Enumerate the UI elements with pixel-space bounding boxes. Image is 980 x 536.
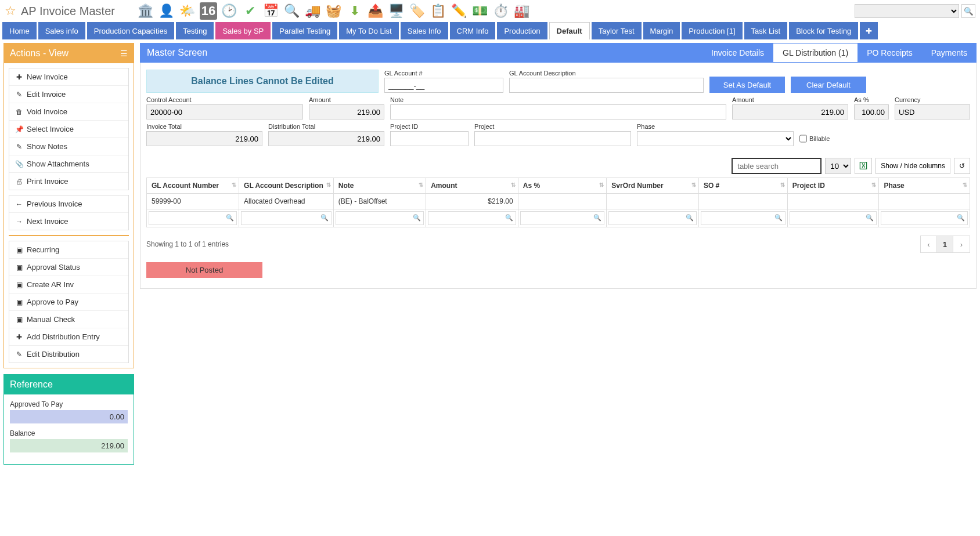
clipboard-icon[interactable]: 📋 [430,2,447,20]
action-edit-distribution[interactable]: ✎Edit Distribution [9,346,128,363]
monitor-icon[interactable]: 🖥️ [388,2,405,20]
check-icon[interactable]: ✔ [242,2,259,20]
tab-sales-info[interactable]: Sales info [38,22,85,39]
show-hide-cols-button[interactable]: Show / hide columns [875,158,950,174]
calendar-icon[interactable]: 📅 [262,2,280,20]
hamburger-icon[interactable]: ☰ [120,49,128,58]
refresh-button[interactable]: ↺ [954,158,970,174]
pager-prev[interactable]: ‹ [921,236,937,252]
tab-testing[interactable]: Testing [176,22,214,39]
header-search-button[interactable]: 🔍 [961,4,975,18]
column-filter-input[interactable] [608,211,697,225]
master-tab-gl-distribution-1-[interactable]: GL Distribution (1) [773,44,858,62]
pager-page-1[interactable]: 1 [937,236,953,252]
download-icon[interactable]: ⬇ [346,2,363,20]
tag-icon[interactable]: 🏷️ [409,2,426,20]
gauge-icon[interactable]: ⏱️ [492,2,510,20]
col-so-[interactable]: SO #⇅ [698,178,787,194]
col-svrord-number[interactable]: SvrOrd Number⇅ [607,178,699,194]
action-recurring[interactable]: ▣Recurring [9,241,128,259]
action-manual-check[interactable]: ▣Manual Check [9,311,128,328]
box-open-icon[interactable]: 📤 [367,2,384,20]
weather-icon[interactable]: 🌤️ [179,2,196,20]
tab-production[interactable]: Production [497,22,547,39]
action-edit-invoice[interactable]: ✎Edit Invoice [9,86,128,103]
column-filter-input[interactable] [701,211,786,225]
tab-my-to-do-list[interactable]: My To Do List [339,22,399,39]
column-filter-input[interactable] [336,211,424,225]
action-add-distribution-entry[interactable]: ✚Add Distribution Entry [9,328,128,346]
user-icon[interactable]: 👤 [158,2,175,20]
action-next-invoice[interactable]: →Next Invoice [9,213,128,230]
action-label: Approve to Pay [27,298,78,306]
action-create-ar-inv[interactable]: ▣Create AR Inv [9,276,128,294]
tab-production-1-[interactable]: Production [1] [682,22,742,39]
column-filter-input[interactable] [520,211,605,225]
search-globe-icon[interactable]: 🔍 [283,2,301,20]
building-icon[interactable]: 🏭 [513,2,531,20]
action-print-invoice[interactable]: 🖨Print Invoice [9,173,128,190]
action-approve-to-pay[interactable]: ▣Approve to Pay [9,294,128,311]
column-filter-input[interactable] [881,211,968,225]
col-project-id[interactable]: Project ID⇅ [787,178,879,194]
bank-icon[interactable]: 🏛️ [137,2,154,20]
gl-acct-no-input[interactable] [384,78,503,93]
calendar-16-icon[interactable]: 16 [200,2,217,20]
export-excel-button[interactable]: 🅇 [855,158,872,174]
column-filter-input[interactable] [241,211,332,225]
note-label: Note [390,96,726,103]
column-filter-input[interactable] [790,211,877,225]
projectid-input[interactable] [390,131,469,146]
action-icon: ✚ [15,333,23,341]
pager-next[interactable]: › [953,236,970,252]
table-row[interactable]: 59999-00Allocated Overhead(BE) - BalOffs… [147,194,970,209]
column-filter-input[interactable] [428,211,516,225]
aspct-input [854,104,889,119]
note-input[interactable] [390,104,726,119]
tab-production-capacities[interactable]: Production Capacities [87,22,174,39]
col-gl-account-number[interactable]: GL Account Number⇅ [147,178,239,194]
col-phase[interactable]: Phase⇅ [879,178,970,194]
action-previous-invoice[interactable]: ←Previous Invoice [9,195,128,213]
truck-icon[interactable]: 🚚 [304,2,322,20]
header-search-select[interactable] [855,4,959,18]
col-note[interactable]: Note⇅ [333,178,426,194]
col-amount[interactable]: Amount⇅ [426,178,518,194]
action-show-notes[interactable]: ✎Show Notes [9,138,128,155]
money-icon[interactable]: 💵 [471,2,489,20]
clear-default-button[interactable]: Clear Default [791,77,866,93]
clock-icon[interactable]: 🕑 [221,2,238,20]
basket-icon[interactable]: 🧺 [325,2,343,20]
tab-margin[interactable]: Margin [643,22,680,39]
action-void-invoice[interactable]: 🗑Void Invoice [9,103,128,121]
tab-crm-info[interactable]: CRM Info [450,22,496,39]
action-new-invoice[interactable]: ✚New Invoice [9,68,128,86]
tab-home[interactable]: Home [2,22,37,39]
set-default-button[interactable]: Set As Default [709,77,785,93]
tab-sales-by-sp[interactable]: Sales by SP [215,22,271,39]
col-as-[interactable]: As %⇅ [518,178,607,194]
action-show-attachments[interactable]: 📎Show Attachments [9,155,128,173]
col-gl-account-description[interactable]: GL Account Description⇅ [239,178,334,194]
billable-checkbox[interactable] [799,131,807,146]
page-size-select[interactable]: 10 [825,158,851,174]
tab-add[interactable]: ✚ [860,22,878,39]
tab-default[interactable]: Default [549,22,590,39]
pencil-icon[interactable]: ✏️ [451,2,468,20]
tab-task-list[interactable]: Task List [744,22,788,39]
tab-sales-info[interactable]: Sales Info [401,22,448,39]
table-search-input[interactable] [732,158,822,174]
action-approval-status[interactable]: ▣Approval Status [9,259,128,276]
phase-select[interactable] [637,131,794,146]
project-input[interactable] [474,131,631,146]
master-tab-po-receipts[interactable]: PO Receipts [858,44,922,62]
tab-parallel-testing[interactable]: Parallel Testing [272,22,337,39]
action-select-invoice[interactable]: 📌Select Invoice [9,121,128,138]
gl-acct-desc-input[interactable] [509,78,704,93]
favorite-star-icon[interactable]: ☆ [5,3,16,19]
tab-block-for-testing[interactable]: Block for Testing [789,22,858,39]
master-tab-invoice-details[interactable]: Invoice Details [702,44,773,62]
master-tab-payments[interactable]: Payments [922,44,977,62]
tab-taylor-test[interactable]: Taylor Test [592,22,642,39]
column-filter-input[interactable] [149,211,237,225]
